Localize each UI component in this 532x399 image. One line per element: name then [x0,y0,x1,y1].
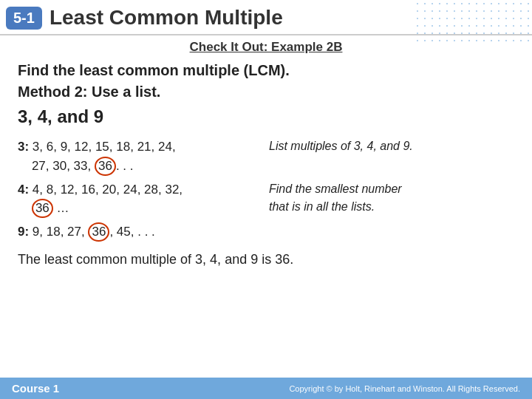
footer-course: Course 1 [12,382,59,395]
text-3-line2: 27, 30, 33, 36. . . [18,159,134,173]
footer-copyright: Copyright © by Holt, Rinehart and Winsto… [289,384,520,393]
label-3: 3: [18,140,29,154]
dot-background [414,0,532,44]
list-text-3: 3: 3, 6, 9, 12, 15, 18, 21, 24, 27, 30, … [18,137,254,176]
main-content: Check It Out: Example 2B Find the least … [0,40,532,267]
note-4: Find the smallest number that is in all … [269,180,514,216]
label-4: 4: [18,183,29,197]
list-row-9: 9: 9, 18, 27, 36, 45, . . . [18,222,514,242]
note-4-line1: Find the smallest number [269,183,402,195]
section-badge: 5-1 [6,7,42,30]
list-row-3: 3: 3, 6, 9, 12, 15, 18, 21, 24, 27, 30, … [18,137,514,176]
numbers-before: 3, 4, [18,106,52,126]
circled-36-4: 36 [32,199,53,218]
list-text-4: 4: 4, 8, 12, 16, 20, 24, 28, 32, 36 … [18,180,254,219]
conclusion-text: The least common multiple of 3, 4, and 9… [18,252,514,267]
numbers-and-word: and [57,106,89,126]
text-4-line2: 36 … [18,201,69,215]
note-3: List multiples of 3, 4, and 9. [269,137,514,155]
numbers-last: 9 [94,106,103,126]
list-text-9: 9: 9, 18, 27, 36, 45, . . . [18,222,254,242]
circled-36-9: 36 [88,222,109,242]
list-row-4: 4: 4, 8, 12, 16, 20, 24, 28, 32, 36 … Fi… [18,180,514,219]
text-4: 4, 8, 12, 16, 20, 24, 28, 32, [33,183,183,197]
circled-36-3: 36 [95,157,116,176]
note-4-line2: that is in all the lists. [269,200,375,213]
page-title: Least Common Multiple [50,6,283,30]
method-label: Method 2: Use a list. [18,83,514,100]
list-section: 3: 3, 6, 9, 12, 15, 18, 21, 24, 27, 30, … [18,137,514,242]
label-9: 9: [18,225,29,239]
text-9: 9, 18, 27, 36, 45, . . . [33,225,155,239]
numbers-heading: 3, 4, and 9 [18,106,514,127]
main-question: Find the least common multiple (LCM). [18,62,514,79]
text-3-line1: 3, 6, 9, 12, 15, 18, 21, 24, [33,140,176,154]
footer: Course 1 Copyright © by Holt, Rinehart a… [0,378,532,399]
